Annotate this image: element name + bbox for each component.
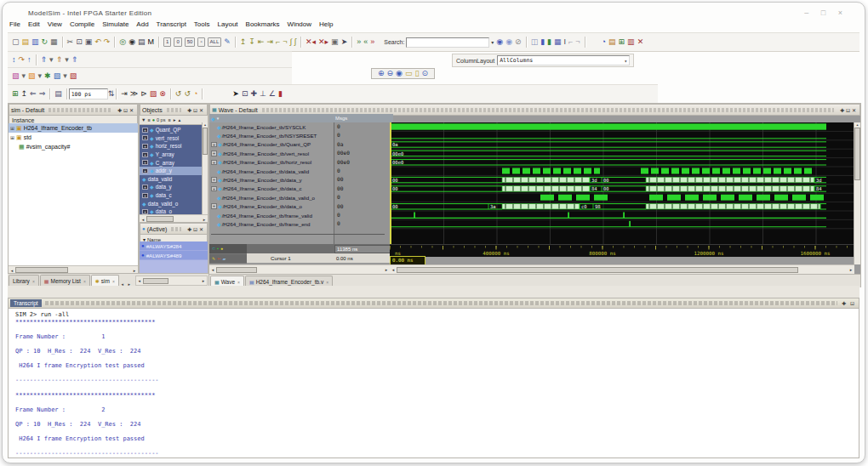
forward-icon[interactable]: ⇒ [39, 90, 46, 98]
bookmark-icon[interactable]: ▤ [138, 38, 146, 46]
drag-handle[interactable] [262, 108, 834, 112]
hierarchy-icon[interactable]: ⊞ [12, 90, 19, 98]
search-clear-icon[interactable]: ⊘ [515, 38, 522, 46]
force-all-button[interactable]: ALL [208, 37, 222, 47]
save-icon[interactable]: ▥ [31, 38, 39, 46]
scroll-thumb[interactable] [143, 278, 168, 284]
wave-ramp-icon[interactable]: ʃ [294, 38, 296, 46]
close-x-icon[interactable]: ✕ [637, 38, 644, 46]
paste-icon[interactable]: ▣ [85, 38, 93, 46]
scroll-thumb[interactable] [397, 267, 798, 273]
restore-layout-icon[interactable]: ▧ [28, 72, 36, 80]
force-50-button[interactable]: 50 [185, 37, 196, 47]
signal-row[interactable]: +◆Quant_QP [140, 126, 203, 134]
drag-handle[interactable] [45, 301, 837, 305]
tree-expander-icon[interactable]: ⊞ [10, 125, 14, 131]
scroll-left-icon[interactable]: ◂ [9, 268, 15, 273]
transcript-output[interactable]: SIM 2> run -all*************************… [9, 308, 859, 457]
wave-down-icon[interactable]: ↧ [248, 38, 255, 46]
undock-icon[interactable]: ⊡ [846, 108, 850, 113]
objects-panel-header[interactable]: Objects ✚⊡✕ [140, 104, 208, 116]
menu-layout[interactable]: Layout [218, 20, 238, 28]
process-row[interactable]: ●#ALWAYS#284 [140, 242, 208, 251]
wave-name-row[interactable]: ◆/H264_Iframe_Encoder_tb/data_valid [209, 167, 334, 175]
wave-up-icon[interactable]: ↥ [240, 38, 247, 46]
prev-transition-icon[interactable]: ✕◂ [306, 38, 316, 46]
close-icon[interactable]: ✕ [129, 108, 134, 113]
edit-pen-icon[interactable]: ✎ [224, 38, 231, 46]
scroll-left-icon[interactable]: ◂ [136, 278, 143, 283]
gear-icon[interactable]: ✱ [44, 72, 51, 80]
tab-close-icon[interactable]: × [112, 279, 115, 284]
signal-row[interactable]: ◆data_valid [140, 175, 203, 184]
expand-box-icon[interactable]: + [211, 160, 217, 166]
panel-splitter[interactable] [8, 286, 859, 298]
menu-edit[interactable]: Edit [28, 20, 40, 28]
caret4-icon[interactable]: ▾ [38, 72, 43, 80]
sim-tab-library[interactable]: Library× [9, 275, 39, 287]
expand-box-icon[interactable]: + [211, 151, 217, 156]
restart-icon[interactable]: ↺ [175, 90, 182, 98]
sort-icon[interactable]: ↕ [12, 56, 16, 64]
instance-row[interactable]: ⊞▣H264_Iframe_Encoder_tb [9, 123, 138, 133]
zoom-mode-icon[interactable]: ⊡ [242, 90, 248, 98]
timeline-ruler[interactable]: ns400000 ns800000 ns1200000 ns1600000 ns [390, 244, 854, 257]
menu-transcript[interactable]: Transcript [157, 20, 186, 28]
undock-icon[interactable]: ⊡ [850, 300, 854, 306]
pointer-mode-icon[interactable]: ➤ [232, 90, 239, 98]
menu-add[interactable]: Add [136, 20, 148, 28]
expand-box-icon[interactable]: + [142, 152, 148, 157]
names-hscrollbar[interactable]: ◂ ▸ [209, 264, 390, 274]
expand-box-icon[interactable]: + [142, 185, 148, 190]
up-icon[interactable]: ↑ [27, 56, 31, 64]
menu-file[interactable]: File [9, 20, 20, 28]
wave-name-row[interactable]: +◆/H264_Iframe_Encoder_tb/data_y [209, 175, 334, 184]
wave-hscrollbar[interactable]: ◂ ▸ [390, 264, 854, 274]
c-icon[interactable]: ⊂ [212, 246, 215, 251]
cut-small-icon[interactable]: ✂ [217, 256, 220, 261]
force-0-button[interactable]: 0 [174, 37, 181, 47]
wave-name-row[interactable]: +◆/H264_Iframe_Encoder_tb/Quant_QP [209, 140, 334, 149]
cut-icon[interactable]: ✂ [67, 38, 74, 46]
scroll-left-icon[interactable]: ◂ [140, 217, 146, 222]
tab-close-icon[interactable]: × [32, 279, 35, 284]
scroll-right-icon[interactable]: ▸ [848, 267, 854, 272]
back-icon[interactable]: ⇐ [30, 90, 37, 98]
drag-handle[interactable] [171, 227, 181, 231]
expand-box-icon[interactable]: + [142, 168, 148, 173]
expand-box-icon[interactable]: + [142, 160, 148, 165]
layout3-icon[interactable]: ▧ [70, 72, 77, 80]
dock-plus-icon[interactable]: ✚ [187, 227, 191, 232]
sim-tab-memory-list[interactable]: ▦Memory List× [40, 275, 90, 287]
dock-plus-icon[interactable]: ✚ [187, 108, 191, 113]
wave-name-row[interactable]: ◆/H264_Iframe_Encoder_tb/SYSCLK [209, 122, 334, 131]
drag-handle[interactable] [167, 108, 181, 112]
force-x-button[interactable]: ▫ [197, 37, 204, 47]
modelsim-icon[interactable]: M [148, 38, 155, 46]
open-icon[interactable]: ▤ [22, 38, 30, 46]
wave-next-icon[interactable]: ⇥ [266, 38, 273, 46]
scroll-thumb[interactable] [15, 267, 68, 273]
expand-box-icon[interactable]: + [142, 128, 148, 133]
stop-icon[interactable]: ⊗ [159, 90, 166, 98]
wave-step-icon[interactable]: ∫ [290, 38, 292, 46]
signal-row[interactable]: +◆data_c [140, 191, 203, 200]
caret-down-icon[interactable]: ▾ [217, 116, 220, 121]
green-signal-icon[interactable]: ▮ [547, 38, 551, 46]
scroll-left-icon[interactable]: ◂ [390, 267, 397, 272]
caret-down-icon[interactable]: ▾ [49, 56, 54, 64]
scroll-thumb[interactable] [216, 267, 257, 273]
menu-compile[interactable]: Compile [70, 20, 94, 28]
objects-panel-buttons[interactable]: ✚⊡✕ [186, 107, 205, 113]
column-layout-select[interactable]: AllColumns ▾ [497, 55, 630, 65]
find-icon[interactable]: ◉ [128, 38, 135, 46]
grid2-icon[interactable]: ⊞ [619, 38, 625, 46]
dock-plus-icon[interactable]: ✚ [842, 300, 846, 306]
sim-options-icon[interactable]: ▤ [54, 90, 62, 98]
add-wave2-icon[interactable]: ⇑ [56, 56, 63, 64]
signal-row[interactable]: ◆data_valid_o [140, 199, 203, 207]
column-layout-caret-icon[interactable]: ▾ [625, 58, 628, 64]
pan-mode-icon[interactable]: ✚ [250, 90, 257, 98]
layout2-icon[interactable]: ▧ [54, 72, 61, 80]
wave-name-row[interactable]: ◆/H264_Iframe_Encoder_tb/data_valid_o [209, 193, 334, 202]
